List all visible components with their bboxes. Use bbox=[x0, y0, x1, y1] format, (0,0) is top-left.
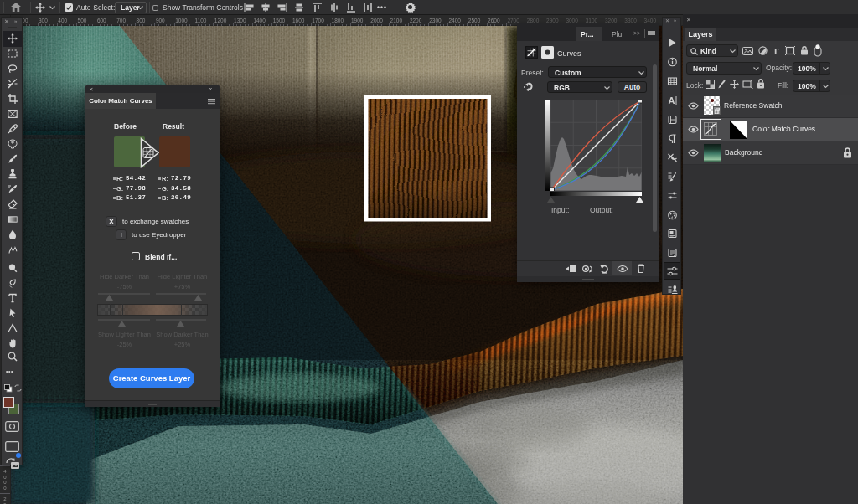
svg-text:A: A bbox=[669, 95, 675, 105]
